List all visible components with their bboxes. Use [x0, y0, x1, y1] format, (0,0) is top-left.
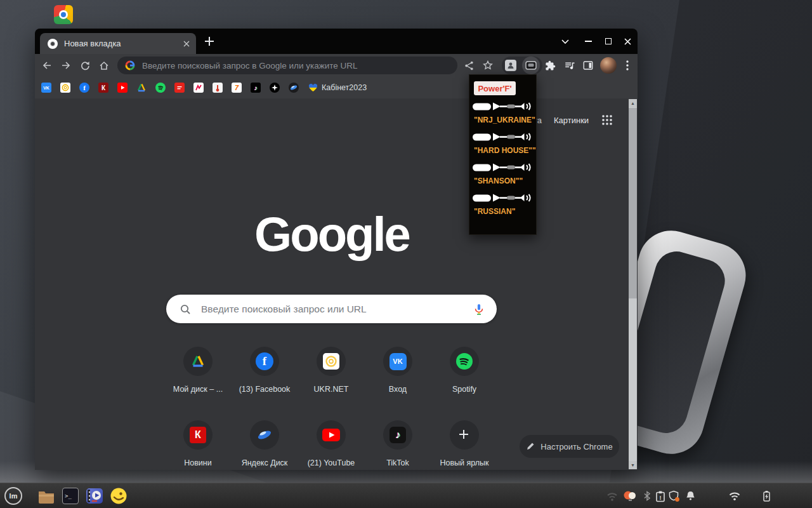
extension-radio-icon-active[interactable] [522, 57, 540, 74]
bookmark-ukraine-heart-icon[interactable] [308, 83, 318, 93]
address-bar[interactable] [117, 57, 457, 74]
side-panel-icon[interactable] [580, 57, 596, 74]
url-input[interactable] [141, 60, 457, 71]
scrollbar-thumb[interactable] [629, 108, 637, 298]
shortcut-ukrnet[interactable]: UKR.NET [298, 347, 364, 394]
chat-smiley-launcher[interactable] [109, 486, 128, 505]
clipboard-alert-icon[interactable]: ! [654, 490, 667, 502]
close-button[interactable] [620, 34, 635, 49]
bookmark-ukrnet-icon[interactable] [60, 83, 70, 93]
firewall-shield-icon[interactable] [668, 490, 681, 502]
google-g-icon [125, 60, 135, 70]
bookmark-vk-icon[interactable]: VK [41, 83, 51, 93]
bookmark-star-icon[interactable] [480, 57, 496, 74]
bookmark-facebook-icon[interactable]: f [79, 83, 89, 93]
search-input[interactable] [200, 303, 473, 316]
wifi-icon[interactable] [728, 490, 741, 502]
mic-icon[interactable] [473, 303, 485, 316]
scroll-down-arrow[interactable]: ▼ [629, 461, 637, 469]
bookmark-news-icon[interactable] [174, 83, 185, 93]
media-playlist-icon[interactable] [561, 57, 578, 74]
bookmark-drive-icon[interactable] [136, 83, 147, 93]
shortcut-kinopoisk[interactable]: К Новини [165, 420, 231, 467]
station-link[interactable]: "HARD HOUSE"" [474, 146, 536, 155]
pinned-extensions-area [502, 57, 542, 74]
network-disabled-icon[interactable] [606, 490, 619, 502]
audio-player-controls[interactable] [472, 131, 534, 145]
audio-player-controls[interactable] [472, 101, 534, 114]
bookmark-seven-icon[interactable]: 7 [232, 83, 242, 93]
radio-extension-popup: Power'F' "NRJ_UKRAINE" [469, 74, 537, 235]
search-icon [180, 304, 191, 315]
page-scrollbar[interactable]: ▲ ▼ [629, 99, 637, 469]
taskbar: lm >_ 2 [0, 483, 812, 508]
redshift-icon[interactable] [623, 490, 636, 502]
kinopoisk-icon: К [183, 420, 213, 450]
customize-chrome-button[interactable]: Настроить Chrome [520, 435, 619, 458]
google-apps-grid-icon[interactable] [601, 114, 613, 128]
bookmark-nrj-icon[interactable] [193, 83, 204, 93]
media-player-launcher[interactable] [85, 486, 104, 505]
minimize-button[interactable] [580, 34, 596, 49]
shortcut-spotify[interactable]: Spotify [431, 347, 497, 394]
shortcut-add-new[interactable]: Новый ярлык [431, 420, 497, 467]
bookmark-kinopoisk-icon[interactable]: К [98, 83, 108, 93]
shortcut-tiktok[interactable]: ♪ TikTok [365, 420, 431, 467]
terminal-launcher[interactable]: >_ [61, 486, 80, 505]
vk-icon: VK [383, 347, 412, 376]
bookmark-spotify-icon[interactable] [155, 83, 166, 93]
bookmark-sparkle-icon[interactable] [270, 83, 280, 93]
active-station-button[interactable]: Power'F' [474, 81, 516, 95]
file-manager-launcher[interactable] [37, 486, 56, 505]
tiktok-icon: ♪ [383, 420, 412, 450]
bookmark-folder-label[interactable]: Кабінет2023 [322, 83, 367, 92]
nav-link-images[interactable]: Картинки [554, 116, 589, 125]
bookmark-thermometer-icon[interactable] [213, 83, 223, 93]
profile-avatar[interactable] [600, 57, 617, 74]
pencil-icon [526, 442, 535, 451]
shortcut-facebook[interactable]: f (13) Facebook [232, 347, 298, 394]
notifications-bell-icon[interactable] [684, 490, 697, 502]
scroll-up-arrow[interactable]: ▲ [629, 99, 637, 107]
bookmark-tiktok-icon[interactable]: ♪ [251, 83, 261, 93]
back-button[interactable] [39, 57, 55, 74]
battery-charging-icon[interactable] [760, 490, 773, 502]
station-link[interactable]: "SHANSON"" [474, 177, 523, 185]
share-icon[interactable] [461, 57, 477, 74]
shortcut-yandex-disk[interactable]: Яндекс Диск [232, 420, 298, 467]
home-button[interactable] [96, 57, 112, 74]
forward-button[interactable] [58, 57, 74, 74]
tab-new-tab[interactable]: Новая вкладка [40, 33, 196, 54]
browser-toolbar [35, 54, 638, 77]
bookmarks-bar: VK f К 7 ♪ [35, 77, 638, 98]
plus-icon [450, 420, 479, 450]
audio-player-controls[interactable] [472, 192, 534, 206]
shortcut-my-drive[interactable]: Мой диск – ... [165, 347, 231, 394]
window-titlebar: Новая вкладка [35, 29, 638, 54]
spotify-icon [450, 347, 479, 376]
youtube-icon [317, 420, 346, 450]
extensions-puzzle-icon[interactable] [542, 57, 558, 74]
svg-text:!: ! [660, 494, 662, 500]
extension-person-icon[interactable] [505, 60, 516, 71]
kebab-menu-icon[interactable] [619, 57, 636, 74]
search-box[interactable] [166, 295, 497, 323]
reload-button[interactable] [77, 57, 93, 74]
maximize-button[interactable] [601, 34, 616, 49]
bookmark-youtube-icon[interactable] [117, 83, 128, 93]
tab-search-chevron-icon[interactable] [558, 34, 573, 49]
shortcut-vk-login[interactable]: VK Вход [365, 347, 431, 394]
desktop-chrome-shortcut-icon[interactable] [54, 5, 73, 24]
bluetooth-icon[interactable] [641, 490, 653, 502]
shortcut-youtube[interactable]: (21) YouTube [298, 420, 364, 467]
browser-window: Новая вкладка [35, 29, 638, 470]
bookmark-yandex-disk-icon[interactable] [289, 83, 299, 93]
new-tab-page: та Картинки Google [35, 98, 638, 470]
desktop: Новая вкладка [0, 0, 812, 508]
station-link[interactable]: "RUSSIAN" [474, 207, 515, 216]
station-link[interactable]: "NRJ_UKRAINE" [474, 116, 535, 124]
tab-title: Новая вкладка [64, 39, 183, 48]
audio-player-controls[interactable] [472, 162, 534, 175]
tab-close-icon[interactable] [183, 38, 190, 50]
mint-menu-button[interactable]: lm [4, 486, 23, 505]
